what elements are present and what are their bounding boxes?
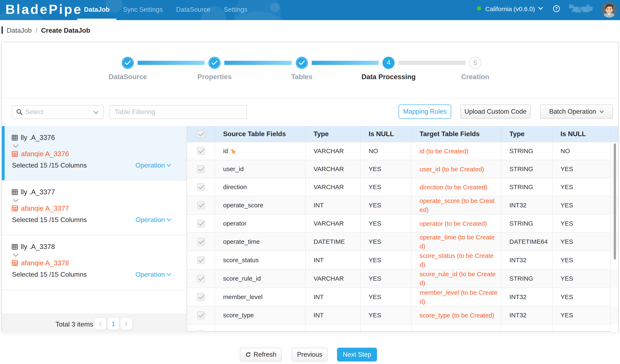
svg-text:?: ? [555,6,558,11]
